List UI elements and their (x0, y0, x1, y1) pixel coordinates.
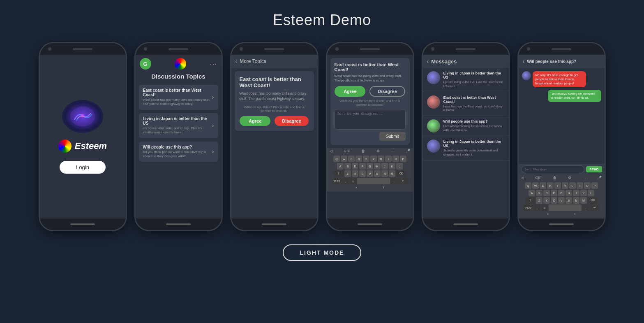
key-u[interactable]: U (569, 182, 576, 189)
key-k[interactable]: K (389, 163, 395, 170)
key-backspace[interactable]: ⌫ (396, 170, 406, 177)
msg-preview-1: I was born on the East coast, so it defi… (443, 105, 505, 113)
key-j[interactable]: J (381, 163, 388, 170)
key-z[interactable]: Z (344, 170, 351, 177)
key-r[interactable]: R (355, 156, 362, 162)
keyboard-row-1: QWERTYUIOP (328, 156, 412, 162)
home-indicator (549, 223, 574, 225)
debate-textarea[interactable] (335, 109, 406, 130)
message-item-0[interactable]: Living in Japan is better than the US I … (423, 68, 509, 92)
key-numbers[interactable]: ?123 (332, 178, 342, 184)
message-item-1[interactable]: East coast is better than West Coast! I … (423, 92, 509, 116)
key-period[interactable]: . (582, 204, 589, 211)
key-o[interactable]: O (584, 182, 591, 189)
message-item-2[interactable]: Will people use this app? I am always lo… (423, 116, 509, 136)
key-w[interactable]: W (341, 156, 347, 162)
debate-card-title: East coast is better than West Coast! (335, 62, 406, 72)
chat-input[interactable] (521, 165, 585, 173)
key-w[interactable]: W (532, 182, 539, 189)
key-a[interactable]: A (529, 190, 535, 196)
disagree-button-debate[interactable]: Disagree (369, 86, 405, 97)
topic-item-0[interactable]: East coast is better than West Coast! We… (139, 85, 218, 110)
back-arrow-icon[interactable]: ‹ (235, 58, 238, 65)
key-d[interactable]: D (352, 163, 358, 170)
key-y[interactable]: Y (562, 182, 568, 189)
key-s[interactable]: S (536, 190, 542, 196)
login-button[interactable]: Login (60, 161, 106, 174)
key-f[interactable]: F (551, 190, 557, 196)
key-x[interactable]: X (352, 170, 358, 177)
key-e[interactable]: E (540, 182, 546, 189)
key-n[interactable]: N (381, 170, 388, 177)
message-item-3[interactable]: Living in Japan is better than the US Ja… (423, 136, 509, 160)
key-z[interactable]: Z (536, 197, 542, 204)
key-comma[interactable]: , (342, 178, 349, 184)
key-p[interactable]: P (400, 156, 406, 162)
phone-speaker (169, 48, 188, 50)
key-b[interactable]: B (374, 170, 381, 177)
key-period[interactable]: . (391, 178, 397, 184)
key-enter[interactable]: ↵ (590, 204, 600, 211)
back-arrow-icon[interactable]: ‹ (427, 58, 429, 65)
key-backspace[interactable]: ⌫ (588, 197, 598, 204)
key-h[interactable]: H (566, 190, 572, 196)
key-h[interactable]: H (374, 163, 381, 170)
key-y[interactable]: Y (370, 156, 377, 162)
key-space[interactable] (357, 178, 390, 184)
key-c[interactable]: C (551, 197, 557, 204)
keyboard-row-3: ⇧ZXCVBNM⌫ (519, 197, 604, 204)
send-button[interactable]: SEND (586, 166, 602, 172)
key-u[interactable]: U (378, 156, 384, 162)
key-o[interactable]: O (392, 156, 399, 162)
key-p[interactable]: P (591, 182, 598, 189)
key-i[interactable]: I (385, 156, 392, 162)
key-g[interactable]: G (367, 163, 373, 170)
key-i[interactable]: I (577, 182, 583, 189)
key-j[interactable]: J (573, 190, 579, 196)
keyboard-row-3: ⇧ZXCVBNM⌫ (328, 170, 412, 177)
more-options-icon[interactable]: ··· (210, 60, 217, 68)
key-q[interactable]: Q (525, 182, 531, 189)
key-numbers[interactable]: ?123 (523, 204, 533, 211)
phone-4-top-bar (327, 43, 413, 55)
keyboard-expand-icon: ⬆ (382, 186, 385, 189)
key-b[interactable]: B (566, 197, 572, 204)
key-space[interactable] (549, 204, 582, 211)
phone-3-bottom-bar (231, 218, 317, 230)
submit-button[interactable]: Submit (379, 132, 405, 141)
key-enter[interactable]: ↵ (398, 178, 408, 184)
key-x[interactable]: X (543, 197, 550, 204)
phone-5-top-bar (423, 43, 509, 55)
key-k[interactable]: K (580, 190, 587, 196)
key-emoji[interactable]: ☺ (350, 178, 356, 184)
key-q[interactable]: Q (333, 156, 340, 162)
agree-button[interactable]: Agree (240, 116, 270, 126)
key-m[interactable]: M (580, 197, 587, 204)
key-m[interactable]: M (389, 170, 395, 177)
key-t[interactable]: T (554, 182, 561, 189)
key-shift[interactable]: ⇧ (525, 197, 535, 204)
key-c[interactable]: C (359, 170, 366, 177)
key-emoji[interactable]: ☺ (541, 204, 548, 211)
key-f[interactable]: F (359, 163, 366, 170)
key-e[interactable]: E (348, 156, 355, 162)
key-r[interactable]: R (547, 182, 554, 189)
key-t[interactable]: T (363, 156, 369, 162)
disagree-button[interactable]: Disagree (275, 116, 308, 126)
key-comma[interactable]: , (534, 204, 540, 211)
key-n[interactable]: N (573, 197, 579, 204)
light-mode-button[interactable]: LIGHT MODE (283, 244, 362, 261)
key-shift[interactable]: ⇧ (334, 170, 344, 177)
key-v[interactable]: V (367, 170, 373, 177)
topic-item-2[interactable]: Will people use this app? Do you think p… (139, 142, 218, 162)
key-s[interactable]: S (344, 163, 351, 170)
key-g[interactable]: G (558, 190, 565, 196)
key-l[interactable]: L (396, 163, 403, 170)
topic-item-1[interactable]: Living in Japan is better than the US It… (139, 113, 218, 138)
key-l[interactable]: L (588, 190, 594, 196)
key-v[interactable]: V (558, 197, 565, 204)
back-arrow-icon[interactable]: ‹ (523, 58, 525, 65)
agree-button-debate[interactable]: Agree (335, 86, 365, 97)
key-a[interactable]: A (337, 163, 344, 170)
key-d[interactable]: D (543, 190, 550, 196)
